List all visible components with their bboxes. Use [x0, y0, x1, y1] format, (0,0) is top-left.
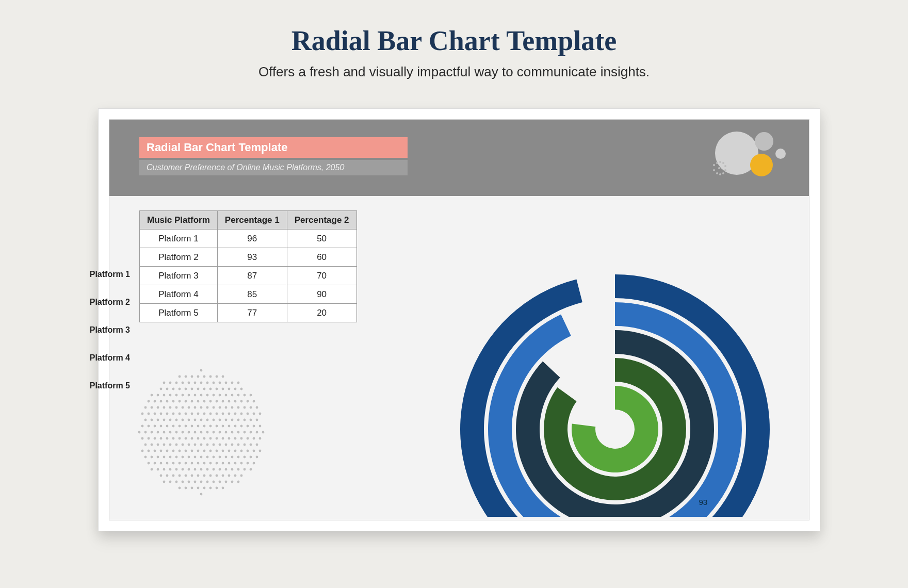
svg-point-35 [225, 382, 228, 384]
table-cell: Platform 5 [140, 304, 218, 322]
svg-point-137 [213, 419, 215, 421]
svg-point-298 [250, 468, 252, 471]
svg-point-280 [247, 462, 249, 465]
svg-point-168 [157, 431, 159, 434]
svg-point-142 [244, 419, 246, 421]
svg-point-161 [240, 425, 243, 428]
svg-point-29 [188, 382, 190, 384]
svg-point-307 [209, 475, 212, 477]
svg-point-214 [194, 444, 197, 446]
svg-point-3 [750, 154, 773, 176]
svg-point-103 [244, 406, 246, 409]
svg-point-327 [185, 487, 187, 489]
svg-point-306 [203, 475, 206, 477]
svg-point-8 [722, 162, 724, 164]
svg-point-2 [775, 149, 786, 159]
svg-point-88 [151, 406, 153, 409]
svg-point-259 [231, 456, 234, 459]
svg-point-278 [234, 462, 237, 465]
svg-point-107 [148, 413, 150, 415]
svg-point-81 [222, 400, 224, 403]
svg-point-318 [194, 481, 197, 483]
svg-point-105 [256, 406, 258, 409]
svg-point-263 [256, 456, 258, 459]
svg-point-54 [163, 394, 166, 397]
svg-point-215 [200, 444, 203, 446]
svg-point-321 [213, 481, 215, 483]
svg-point-170 [169, 431, 172, 434]
svg-point-98 [213, 406, 215, 409]
svg-point-197 [209, 437, 212, 440]
svg-point-136 [206, 419, 209, 421]
svg-point-201 [234, 437, 237, 440]
svg-point-69 [148, 400, 150, 403]
svg-point-6 [716, 162, 718, 164]
svg-point-322 [219, 481, 221, 483]
svg-point-236 [209, 450, 212, 452]
svg-point-200 [228, 437, 231, 440]
th-p1: Percentage 1 [217, 211, 287, 230]
svg-point-101 [231, 406, 234, 409]
svg-point-234 [197, 450, 200, 452]
svg-point-189 [160, 437, 163, 440]
radial-svg: 93 [357, 207, 806, 517]
svg-point-111 [172, 413, 175, 415]
svg-point-169 [163, 431, 166, 434]
svg-point-76 [191, 400, 193, 403]
svg-point-250 [175, 456, 178, 459]
svg-point-187 [148, 437, 150, 440]
svg-point-256 [213, 456, 215, 459]
table-cell: 85 [217, 285, 287, 304]
svg-point-229 [166, 450, 169, 452]
chart-annotation: 93 [699, 498, 707, 507]
svg-point-216 [206, 444, 209, 446]
svg-point-129 [163, 419, 166, 421]
svg-point-86 [253, 400, 255, 403]
table-cell: Platform 4 [140, 285, 218, 304]
svg-point-205 [259, 437, 262, 440]
svg-point-110 [166, 413, 169, 415]
svg-point-219 [225, 444, 228, 446]
svg-point-145 [141, 425, 144, 428]
svg-point-147 [154, 425, 156, 428]
svg-point-120 [228, 413, 231, 415]
svg-point-249 [169, 456, 172, 459]
svg-point-246 [151, 456, 153, 459]
svg-point-72 [166, 400, 169, 403]
svg-point-267 [166, 462, 169, 465]
svg-point-18 [185, 375, 187, 378]
svg-point-273 [203, 462, 206, 465]
svg-point-138 [219, 419, 221, 421]
svg-point-262 [250, 456, 252, 459]
svg-point-143 [250, 419, 252, 421]
svg-point-237 [216, 450, 218, 452]
svg-point-38 [160, 388, 163, 390]
svg-point-313 [163, 481, 166, 483]
svg-point-157 [216, 425, 218, 428]
svg-point-261 [244, 456, 246, 459]
svg-point-218 [219, 444, 221, 446]
svg-point-128 [157, 419, 159, 421]
table-header-row: Music Platform Percentage 1 Percentage 2 [140, 211, 357, 230]
svg-point-148 [160, 425, 163, 428]
svg-point-193 [185, 437, 187, 440]
svg-point-311 [234, 475, 237, 477]
svg-point-172 [182, 431, 184, 434]
svg-point-23 [216, 375, 218, 378]
svg-point-289 [194, 468, 197, 471]
data-table: Music Platform Percentage 1 Percentage 2… [139, 210, 357, 322]
svg-point-49 [228, 388, 231, 390]
svg-point-182 [244, 431, 246, 434]
svg-point-34 [219, 382, 221, 384]
svg-point-185 [262, 431, 265, 434]
svg-point-213 [188, 444, 190, 446]
svg-point-146 [148, 425, 150, 428]
svg-point-253 [194, 456, 197, 459]
svg-point-180 [231, 431, 234, 434]
svg-point-108 [154, 413, 156, 415]
svg-point-133 [188, 419, 190, 421]
svg-point-212 [182, 444, 184, 446]
svg-point-167 [151, 431, 153, 434]
svg-point-67 [244, 394, 246, 397]
svg-point-63 [219, 394, 221, 397]
